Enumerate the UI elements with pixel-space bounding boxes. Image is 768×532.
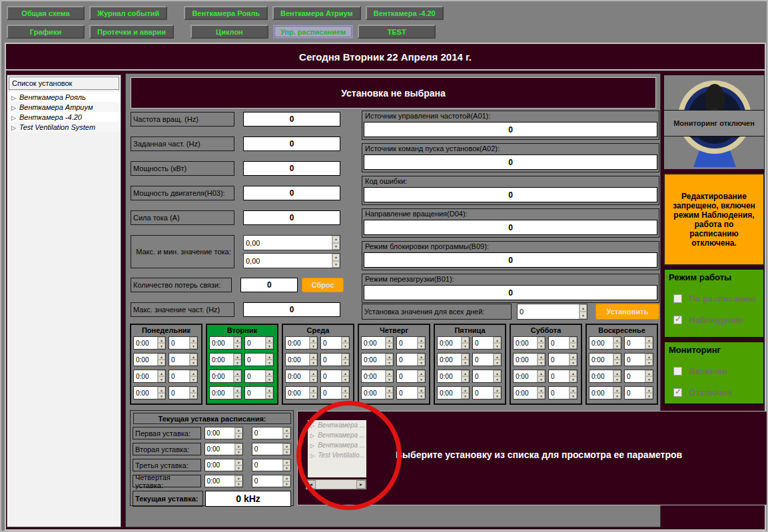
spinner-up-icon[interactable] [538, 387, 545, 393]
spinner-up-icon[interactable] [418, 370, 425, 376]
spinner-down-icon[interactable] [538, 376, 545, 382]
spinner-up-icon[interactable] [613, 370, 621, 376]
slot-value-spinner[interactable]: 0 [169, 353, 198, 366]
spinner-down-icon[interactable] [332, 243, 340, 250]
toolbar-button[interactable]: Венткамера -4.20 [366, 6, 444, 20]
spinner-down-icon[interactable] [310, 376, 317, 382]
spinner-down-icon[interactable] [266, 343, 273, 349]
slot-value-spinner[interactable]: 0 [396, 370, 426, 383]
spinner-down-icon[interactable] [235, 465, 242, 471]
slot-value-spinner[interactable]: 0 [548, 336, 577, 350]
spinner-down-icon[interactable] [283, 433, 290, 439]
mini-list-item[interactable]: Test Ventilatio... [308, 450, 366, 460]
spinner-up-icon[interactable] [342, 337, 349, 343]
spinner-up-icon[interactable] [462, 387, 469, 393]
setpoint-value-spinner[interactable]: 0 [252, 427, 291, 439]
slot-value-spinner[interactable]: 0 [548, 386, 577, 399]
spinner-down-icon[interactable] [234, 343, 241, 349]
spinner-up-icon[interactable] [494, 337, 501, 343]
slot-value-spinner[interactable]: 0 [472, 353, 502, 366]
slot-value-spinner[interactable]: 0 [624, 370, 653, 383]
spinner-up-icon[interactable] [538, 337, 545, 343]
spinner-up-icon[interactable] [386, 370, 393, 376]
spinner-up-icon[interactable] [570, 337, 577, 343]
spinner-up-icon[interactable] [386, 387, 393, 393]
slot-value-spinner[interactable]: 0 [472, 386, 502, 399]
spinner-down-icon[interactable] [283, 465, 290, 471]
spinner-down-icon[interactable] [386, 376, 393, 382]
spinner-down-icon[interactable] [494, 360, 501, 366]
spinner-down-icon[interactable] [310, 343, 317, 349]
set-all-days-spinner[interactable]: 0 [517, 304, 587, 320]
spinner-up-icon[interactable] [613, 337, 621, 343]
spinner-down-icon[interactable] [234, 393, 241, 399]
slot-value-spinner[interactable]: 0 [320, 336, 350, 350]
slot-time-spinner[interactable]: 0:00 [361, 353, 394, 366]
scrollbar-track[interactable] [316, 480, 356, 489]
spinner-down-icon[interactable] [158, 393, 165, 399]
spinner-down-icon[interactable] [235, 481, 242, 487]
setpoint-value-spinner[interactable]: 0 [252, 459, 291, 471]
spinner-down-icon[interactable] [613, 343, 621, 349]
spinner-up-icon[interactable] [234, 337, 241, 343]
spinner-down-icon[interactable] [158, 343, 165, 349]
spinner-up-icon[interactable] [235, 459, 242, 465]
spinner-down-icon[interactable] [462, 376, 469, 382]
spinner-down-icon[interactable] [538, 343, 545, 349]
spinner-down-icon[interactable] [645, 393, 653, 399]
toolbar-button[interactable]: Графики [7, 25, 85, 39]
spinner-up-icon[interactable] [234, 387, 241, 393]
toolbar-button[interactable]: Венткамера Атриум [272, 6, 361, 20]
spinner-down-icon[interactable] [266, 360, 273, 366]
slot-time-spinner[interactable]: 0:00 [361, 370, 394, 383]
set-all-days-value[interactable]: 0 [518, 304, 579, 319]
spinner-down-icon[interactable] [310, 360, 317, 366]
slot-value-spinner[interactable]: 0 [169, 370, 198, 383]
slot-value-spinner[interactable]: 0 [472, 336, 502, 350]
spinner-up-icon[interactable] [235, 443, 242, 449]
spinner-up-icon[interactable] [190, 354, 197, 360]
installation-list-item[interactable]: Венткамера -4.20 [7, 112, 121, 122]
spinner-down-icon[interactable] [579, 312, 587, 319]
spinner-up-icon[interactable] [538, 370, 545, 376]
spinner-up-icon[interactable] [266, 354, 273, 360]
slot-time-spinner[interactable]: 0:00 [133, 353, 166, 366]
spinner-up-icon[interactable] [613, 354, 621, 360]
slot-value-spinner[interactable]: 0 [244, 336, 274, 350]
slot-value-spinner[interactable]: 0 [244, 370, 274, 383]
spinner-up-icon[interactable] [645, 370, 653, 376]
slot-value-spinner[interactable]: 0 [548, 353, 577, 366]
installation-list-item[interactable]: Test Ventilation System [7, 122, 121, 132]
spinner-up-icon[interactable] [190, 337, 197, 343]
spinner-down-icon[interactable] [538, 393, 545, 399]
spinner-up-icon[interactable] [266, 370, 273, 376]
spinner-down-icon[interactable] [494, 393, 501, 399]
set-button[interactable]: Установить [595, 304, 659, 320]
slot-time-spinner[interactable]: 0:00 [209, 353, 242, 366]
spinner-up-icon[interactable] [386, 354, 393, 360]
installation-list-item[interactable]: Венткамера Атриум [7, 102, 121, 112]
slot-time-spinner[interactable]: 0:00 [437, 370, 470, 383]
spinner-up-icon[interactable] [283, 475, 290, 481]
spinner-up-icon[interactable] [310, 370, 317, 376]
spinner-down-icon[interactable] [613, 393, 621, 399]
spinner-down-icon[interactable] [342, 343, 349, 349]
slot-value-spinner[interactable]: 0 [320, 386, 350, 399]
spinner-up-icon[interactable] [418, 354, 425, 360]
current-min-value[interactable]: 0,00 [244, 254, 332, 268]
setpoint-time-spinner[interactable]: 0:00 [204, 475, 243, 487]
spinner-up-icon[interactable] [158, 337, 165, 343]
spinner-down-icon[interactable] [283, 481, 290, 487]
spinner-up-icon[interactable] [310, 387, 317, 393]
setpoint-time-spinner[interactable]: 0:00 [204, 443, 243, 455]
spinner-down-icon[interactable] [386, 343, 393, 349]
slot-time-spinner[interactable]: 0:00 [285, 386, 318, 399]
scroll-right-icon[interactable] [356, 480, 366, 489]
spinner-up-icon[interactable] [283, 427, 290, 433]
spinner-down-icon[interactable] [310, 393, 317, 399]
spinner-up-icon[interactable] [310, 337, 317, 343]
spinner-down-icon[interactable] [283, 449, 290, 455]
slot-time-spinner[interactable]: 0:00 [209, 386, 242, 399]
spinner-up-icon[interactable] [158, 387, 165, 393]
slot-time-spinner[interactable]: 0:00 [513, 370, 546, 383]
